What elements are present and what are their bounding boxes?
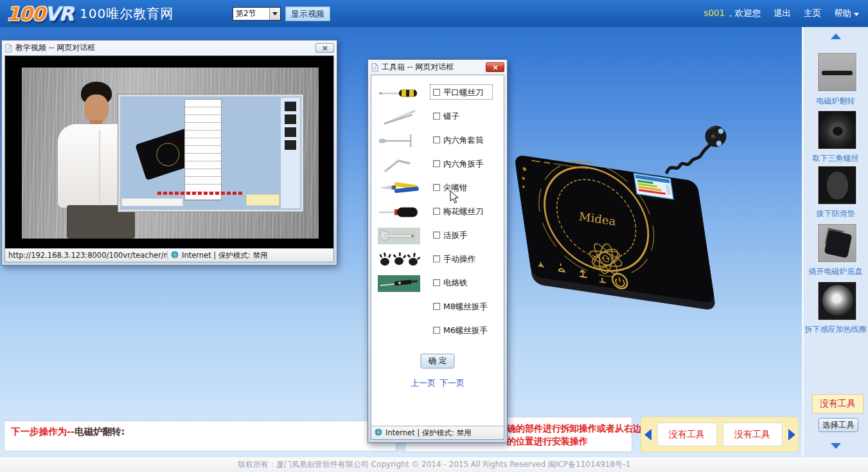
mini-toolbox-graphic [184,99,222,201]
mini-slot-panel-graphic [246,194,279,206]
tweezers-icon [378,107,420,127]
toolbox-dialog-close-button[interactable] [486,62,504,72]
tool-checkbox[interactable] [433,89,440,96]
next-page-link[interactable]: 下一页 [439,378,465,388]
tool-label: 镊子 [443,111,459,122]
user-welcome: s001，欢迎您 [704,8,761,19]
tool-row: 内六角扳手 [371,154,504,176]
video-dialog-protection-status: Internet | 保护模式: 禁用 [182,251,267,260]
tool-checkbox[interactable] [433,208,440,215]
header-right-nav: s001，欢迎您 退出 主页 帮助 [704,0,859,27]
app-root: 100VR 100唯尔教育网 第2节 显示视频 s001，欢迎您 退出 主页 帮… [0,0,868,472]
tool-row: 活扳手 [371,226,504,248]
tool-row: 梅花螺丝刀 [371,202,504,224]
chevron-down-icon [272,12,278,15]
tool-checkbox[interactable] [433,136,440,143]
video-dialog-url: http://192.168.3.123:8000/100vr/teacher/… [8,251,168,260]
pager: 上一页下一页 [371,377,504,389]
document-icon [5,44,12,53]
show-video-button[interactable]: 显示视频 [285,6,330,21]
tool-row: 尖嘴钳 [371,178,504,200]
video-dialog-title: 教学视频 -- 网页对话框 [15,42,312,53]
video-frame [22,68,319,239]
next-step-value: 电磁炉翻转: [75,426,125,437]
tool-label: 梅花螺丝刀 [443,206,484,217]
section-select-arrow-button[interactable] [269,8,280,20]
step-label-3[interactable]: 拔下防滑垫 [802,208,868,219]
next-step-prefix: 下一步操作为-- [11,426,75,437]
step-label-1[interactable]: 电磁炉翻转 [802,96,868,107]
tool-label: 手动操作 [443,254,475,265]
steps-sidebar: 电磁炉翻转 取下三角螺丝 拔下防滑垫 撬开电磁炉底盘 拆下感应加热线圈 没有工具… [802,27,868,457]
tool-row: 内六角套筒 [371,131,504,152]
tool-checkbox[interactable] [433,327,440,334]
teaching-video-dialog: 教学视频 -- 网页对话框 [1,40,337,266]
hex-key-icon [378,155,420,174]
toolbox-dialog-titlebar[interactable]: 工具箱 -- 网页对话框 [368,60,507,73]
step-thumbnail-3[interactable] [818,166,856,204]
video-dialog-titlebar[interactable]: 教学视频 -- 网页对话框 [2,41,337,54]
tool-slot-panel: 没有工具 没有工具 [641,417,799,452]
step-label-2[interactable]: 取下三角螺丝 [802,153,868,164]
globe-icon [375,428,382,438]
operation-hint-text: 确的部件进行拆卸操作或者从右边拖 的位置进行安装操作 [507,422,651,448]
step-label-5[interactable]: 拆下感应加热线圈 [802,324,868,335]
scroll-left-arrow-icon[interactable] [644,429,651,440]
tool-label: M8螺丝扳手 [443,302,488,313]
adjustable-wrench-icon [378,226,420,246]
step-thumbnail-5[interactable] [818,282,856,320]
no-image [378,298,420,317]
site-logo[interactable]: 100VR [6,3,73,25]
section-select[interactable]: 第2节 [233,7,281,21]
tool-checkbox[interactable] [433,231,440,239]
home-link[interactable]: 主页 [804,8,821,19]
site-title: 100唯尔教育网 [80,5,173,23]
tool-row: 电烙铁 [371,273,504,295]
confirm-button[interactable]: 确 定 [421,354,455,368]
toolbox-dialog-protection-status: Internet | 保护模式: 禁用 [385,428,471,438]
mini-bottombar-graphic [121,198,183,206]
help-link[interactable]: 帮助 [834,8,859,19]
chevron-down-icon [854,13,859,16]
scroll-up-arrow-icon[interactable] [831,33,841,39]
tool-checkbox[interactable] [433,279,440,286]
mini-sidebar-graphic [281,98,300,208]
manual-operation-hands-icon [378,250,420,269]
welcome-text: ，欢迎您 [726,8,761,19]
step-thumbnail-4[interactable] [818,224,856,262]
teaching-video-player[interactable] [5,56,333,248]
hint-line-2: 的位置进行安装操作 [507,435,651,448]
footer: 版权所有：厦门凤凰创壹软件有限公司 Copyright © 2014 - 201… [0,457,868,472]
hint-line-1: 确的部件进行拆卸操作或者从右边拖 [507,422,651,435]
tool-slot-1[interactable]: 没有工具 [657,422,717,446]
tool-label: 内六角扳手 [443,159,484,170]
no-image [378,322,420,341]
toolbox-dialog-content: 平口螺丝刀 镊子 内六角套筒 [371,75,504,440]
logout-link[interactable]: 退出 [774,8,791,19]
projected-software-screen [118,95,303,212]
header-bar: 100VR 100唯尔教育网 第2节 显示视频 s001，欢迎您 退出 主页 帮… [0,0,868,27]
tool-slot-2[interactable]: 没有工具 [723,422,783,446]
tool-label: M6螺丝扳手 [443,325,488,336]
globe-icon [171,251,179,260]
next-step-message-box: 下一步操作为--电磁炉翻转: [4,421,396,451]
scroll-down-arrow-icon[interactable] [831,443,841,449]
step-thumbnail-2[interactable] [818,111,856,149]
step-label-4[interactable]: 撬开电磁炉底盘 [802,266,868,277]
scroll-right-arrow-icon[interactable] [788,429,795,440]
tool-checkbox[interactable] [433,160,440,167]
tool-checkbox[interactable] [433,255,440,262]
tool-row: M8螺丝扳手 [371,297,504,319]
prev-page-link[interactable]: 上一页 [411,378,436,388]
soldering-iron-icon [378,274,420,293]
tool-label: 平口螺丝刀 [443,87,484,98]
username: s001 [704,8,725,19]
current-tool-indicator: 没有工具 [812,394,864,413]
tool-checkbox[interactable] [433,184,440,191]
tool-checkbox[interactable] [433,113,440,120]
step-thumbnail-1[interactable] [818,53,856,91]
video-dialog-close-button[interactable] [315,43,334,53]
tool-checkbox[interactable] [433,303,440,310]
video-dialog-content: http://192.168.3.123:8000/100vr/teacher/… [4,55,334,262]
select-tool-button[interactable]: 选择工具 [819,418,858,432]
